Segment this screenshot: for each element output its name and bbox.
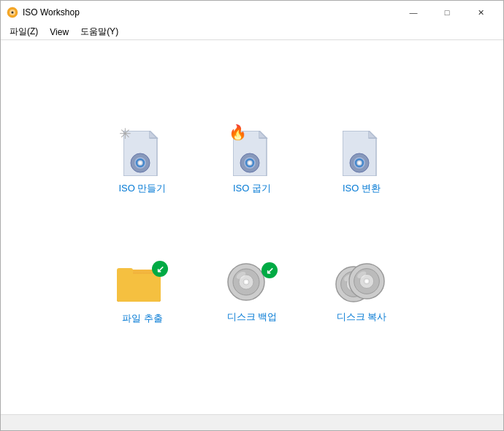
main-window: ISO Workshop — □ ✕ 파일(Z) View 도움말(Y) [0,0,504,431]
iso-convert-icon [338,128,385,175]
svg-point-41 [365,280,368,283]
svg-point-2 [12,12,14,14]
main-content: ✳ ISO 만들기 🔥 [1,40,503,414]
disc-copy-button[interactable]: 디스크 복사 [307,234,416,351]
file-extract-button[interactable]: ↙ 파일 추출 [88,234,197,351]
svg-point-29 [245,281,248,283]
iso-convert-label: ISO 변환 [343,182,381,195]
window-controls: — □ ✕ [397,1,497,24]
sparkle-icon: ✳ [119,125,131,142]
disc-backup-label: 디스크 백업 [227,310,278,324]
disc-copy-icon [335,262,389,303]
iso-burn-button[interactable]: 🔥 ISO 굽기 [197,103,307,220]
iso-burn-label: ISO 굽기 [233,182,271,195]
window-title: ISO Workshop [23,7,397,18]
menu-file[interactable]: 파일(Z) [4,24,44,39]
iso-create-label: ISO 만들기 [118,182,166,195]
menu-help[interactable]: 도움말(Y) [75,24,124,39]
svg-rect-24 [117,268,133,277]
iso-create-button[interactable]: ✳ ISO 만들기 [88,103,197,220]
flame-icon: 🔥 [229,123,247,141]
feature-grid: ✳ ISO 만들기 🔥 [88,96,416,359]
file-extract-icon: ↙ [117,261,168,305]
title-bar: ISO Workshop — □ ✕ [1,1,503,24]
close-button[interactable]: ✕ [464,1,497,24]
iso-burn-icon: 🔥 [229,128,275,175]
disc-copy-label: 디스크 복사 [337,310,387,324]
disc-backup-icon: ↙ [226,262,278,303]
minimize-button[interactable]: — [397,1,430,24]
file-extract-label: 파일 추출 [122,312,163,325]
disc-backup-button[interactable]: ↙ 디스크 백업 [197,234,307,351]
svg-point-13 [249,162,251,164]
app-icon [7,7,18,18]
svg-point-19 [359,162,361,164]
status-bar [1,414,503,430]
arrow-badge: ↙ [152,261,168,277]
svg-rect-23 [117,274,161,302]
disc-backup-arrow: ↙ [261,262,278,278]
iso-create-icon: ✳ [119,128,166,175]
svg-point-7 [140,162,142,164]
menu-bar: 파일(Z) View 도움말(Y) [1,24,503,40]
iso-convert-button[interactable]: ISO 변환 [307,103,416,220]
menu-view[interactable]: View [44,26,75,39]
maximize-button[interactable]: □ [430,1,464,24]
